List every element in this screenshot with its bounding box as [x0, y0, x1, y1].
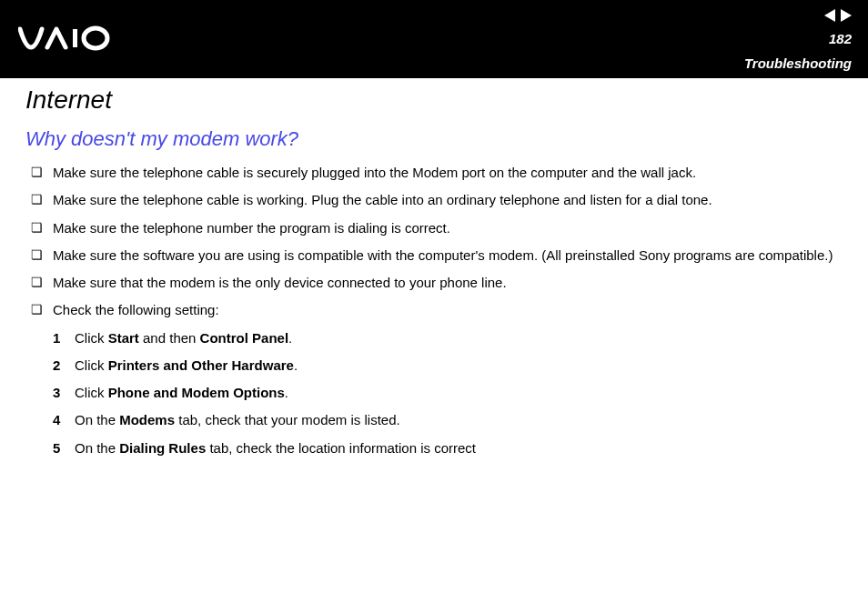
bullet-text: Make sure the software you are using is … — [53, 246, 843, 265]
bullet-item: ❏ Make sure the telephone cable is secur… — [31, 164, 843, 182]
page-subtitle: Why doesn't my modem work? — [25, 127, 843, 151]
step-number: 4 — [53, 411, 75, 429]
step-item: 3 Click Phone and Modem Options. — [53, 384, 843, 402]
vaio-logo — [18, 25, 127, 55]
step-text: Click Start and then Control Panel. — [75, 329, 843, 347]
prev-page-arrow-icon[interactable] — [824, 9, 835, 22]
bullet-icon: ❏ — [31, 164, 53, 181]
bullet-text: Check the following setting: — [53, 301, 843, 319]
svg-point-1 — [84, 28, 107, 48]
bullet-item: ❏ Make sure the software you are using i… — [31, 246, 843, 265]
page-content: Internet Why doesn't my modem work? ❏ Ma… — [0, 78, 868, 485]
bullet-icon: ❏ — [31, 246, 53, 264]
step-number: 1 — [53, 329, 75, 347]
svg-rect-0 — [73, 29, 77, 47]
section-label: Troubleshooting — [744, 55, 852, 71]
bullet-text: Make sure that the modem is the only dev… — [53, 274, 843, 292]
bullet-item: ❏ Make sure the telephone number the pro… — [31, 219, 843, 237]
step-number: 3 — [53, 384, 75, 402]
step-number: 5 — [53, 439, 75, 457]
nav-arrows — [824, 9, 852, 22]
step-text: Click Phone and Modem Options. — [75, 384, 843, 402]
step-number: 2 — [53, 357, 75, 375]
bullet-icon: ❏ — [31, 274, 53, 291]
bullet-text: Make sure the telephone cable is working… — [53, 191, 843, 209]
document-header: 182 Troubleshooting — [0, 0, 868, 78]
bullet-item: ❏ Check the following setting: — [31, 301, 843, 319]
page-number: 182 — [829, 31, 852, 46]
bullet-text: Make sure the telephone cable is securel… — [53, 164, 843, 182]
bullet-text: Make sure the telephone number the progr… — [53, 219, 843, 237]
step-item: 4 On the Modems tab, check that your mod… — [53, 411, 843, 429]
bullet-list: ❏ Make sure the telephone cable is secur… — [25, 164, 843, 320]
step-item: 2 Click Printers and Other Hardware. — [53, 357, 843, 375]
bullet-item: ❏ Make sure the telephone cable is worki… — [31, 191, 843, 209]
next-page-arrow-icon[interactable] — [841, 9, 852, 22]
bullet-icon: ❏ — [31, 301, 53, 318]
step-text: Click Printers and Other Hardware. — [75, 357, 843, 375]
step-item: 5 On the Dialing Rules tab, check the lo… — [53, 439, 843, 457]
bullet-item: ❏ Make sure that the modem is the only d… — [31, 274, 843, 292]
step-text: On the Modems tab, check that your modem… — [75, 411, 843, 429]
step-list: 1 Click Start and then Control Panel. 2 … — [25, 329, 843, 457]
page-title: Internet — [25, 85, 843, 115]
bullet-icon: ❏ — [31, 219, 53, 236]
step-item: 1 Click Start and then Control Panel. — [53, 329, 843, 347]
step-text: On the Dialing Rules tab, check the loca… — [75, 439, 843, 457]
bullet-icon: ❏ — [31, 191, 53, 208]
